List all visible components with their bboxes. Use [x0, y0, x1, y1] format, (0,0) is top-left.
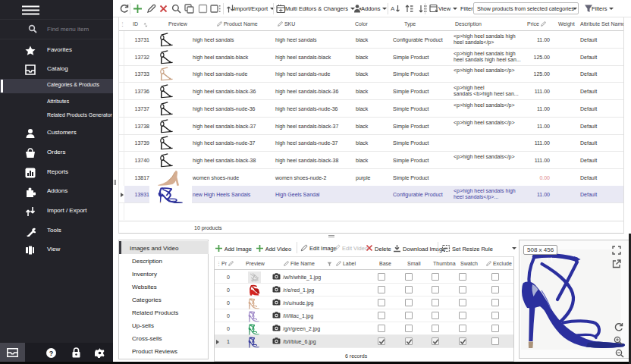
svg-text:A: A — [391, 5, 395, 12]
svg-text:?: ? — [49, 350, 54, 357]
